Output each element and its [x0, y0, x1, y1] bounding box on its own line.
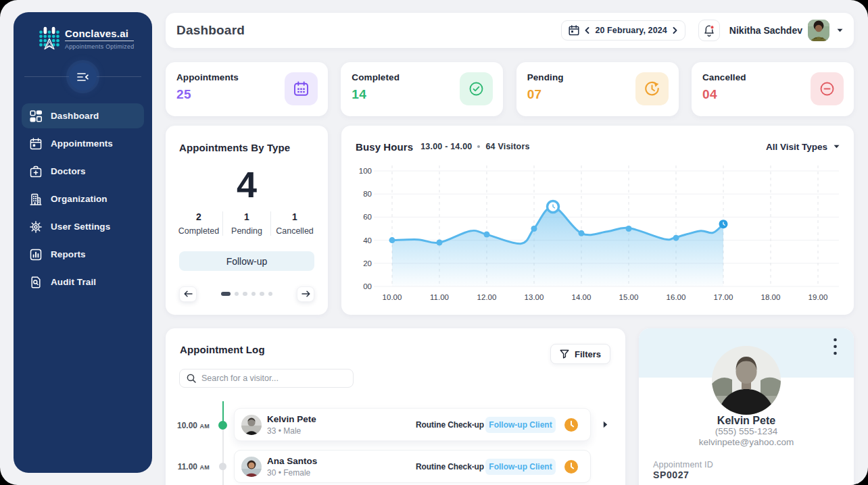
carousel-dots[interactable]	[197, 292, 297, 297]
user-menu-caret[interactable]	[837, 28, 843, 32]
carousel-prev-button[interactable]	[179, 286, 197, 302]
brand-name: Conclaves.ai	[65, 28, 134, 41]
by-type-carousel	[179, 286, 314, 302]
filters-button[interactable]: Filters	[550, 344, 610, 364]
timeline-time: 11.00 AM	[166, 462, 210, 471]
calendar-stat-icon	[285, 72, 318, 105]
date-picker[interactable]: 20 February, 2024	[561, 20, 685, 41]
svg-text:17.00: 17.00	[714, 293, 733, 301]
date-picker-value: 20 February, 2024	[595, 26, 667, 35]
carousel-dot[interactable]	[243, 292, 247, 297]
visit-type-filter[interactable]: All Visit Types	[766, 142, 840, 152]
stats-row: Appointments 25 Completed 14	[166, 62, 854, 116]
patient-avatar	[241, 415, 262, 435]
caret-down-icon	[834, 145, 840, 149]
clock-pending-icon	[635, 72, 669, 105]
svg-text:60: 60	[363, 213, 372, 221]
timeline-dot	[219, 463, 226, 470]
row-expand-chevron[interactable]	[603, 421, 608, 428]
date-next-button[interactable]	[672, 27, 678, 34]
sidebar-item-reports[interactable]: Reports	[22, 242, 144, 267]
svg-text:00: 00	[363, 282, 372, 290]
sidebar-collapse-row	[14, 63, 152, 91]
sidebar-item-doctors[interactable]: Doctors	[22, 159, 144, 184]
busy-hours-title: Busy Hours	[356, 141, 413, 153]
appointment-log-title: Appointment Log	[180, 344, 265, 355]
by-type-pending: 1 Pending	[222, 211, 270, 236]
carousel-dot[interactable]	[268, 292, 273, 297]
by-type-label: Cancelled	[271, 226, 318, 236]
document-search-icon	[30, 276, 42, 288]
by-type-breakdown: 2 Completed 1 Pending 1 Cancelled	[175, 211, 318, 236]
header-actions: 20 February, 2024 Nikitha Sachdev	[561, 20, 843, 41]
svg-text:10.00: 10.00	[383, 293, 402, 301]
date-prev-button[interactable]	[584, 27, 590, 34]
filters-label: Filters	[575, 349, 601, 359]
dashboard-icon	[30, 110, 42, 122]
patient-detail-card: Kelvin Pete (555) 555-1234 kelvinpete@ya…	[639, 328, 854, 485]
by-type-count: 2	[175, 211, 222, 222]
by-type-count: 1	[271, 211, 318, 222]
sidebar-item-label: Appointments	[51, 138, 113, 149]
brand-tagline: Appointments Optimized	[65, 43, 134, 50]
visit-type: Routine Check-up	[416, 420, 484, 430]
detail-patient-name: Kelvin Pete	[639, 415, 854, 427]
sidebar-collapse-button[interactable]	[69, 63, 97, 91]
by-type-total: 4	[166, 166, 328, 203]
patient-name: Ana Santos	[267, 456, 317, 466]
kebab-icon	[834, 338, 837, 355]
timeline-dot-active	[218, 421, 227, 430]
busy-hours-visitors: 64 Visitors	[485, 142, 529, 151]
appointment-row[interactable]: Kelvin Pete 33 • Male Routine Check-up F…	[234, 408, 591, 441]
by-type-title: Appointments By Type	[179, 142, 314, 153]
page-header: Dashboard 20 February, 2024	[166, 13, 854, 48]
by-type-tag[interactable]: Follow-up	[179, 251, 314, 271]
carousel-dot[interactable]	[260, 292, 264, 297]
sidebar-item-label: Dashboard	[51, 111, 99, 121]
carousel-dot[interactable]	[221, 292, 231, 297]
appointment-row[interactable]: Ana Santos 30 • Female Routine Check-up …	[234, 450, 591, 483]
timeline-time-ampm: AM	[199, 464, 210, 471]
sidebar-item-dashboard[interactable]: Dashboard	[22, 103, 144, 128]
sidebar-item-organization[interactable]: Organization	[22, 186, 144, 211]
svg-text:12.00: 12.00	[477, 293, 497, 301]
sidebar-item-appointments[interactable]: Appointments	[22, 131, 144, 156]
appointment-log-card: Appointment Log Filters 10.00 AM 11.00 A…	[166, 328, 625, 485]
user-avatar[interactable]	[808, 20, 829, 41]
appointment-id-value: SP0027	[653, 469, 689, 480]
sidebar-item-label: User Settings	[51, 222, 110, 232]
notifications-button[interactable]	[698, 20, 720, 41]
patient-avatar	[241, 457, 262, 477]
timeline-time-value: 11.00	[178, 462, 197, 471]
by-type-label: Completed	[175, 226, 222, 236]
clock-status-icon	[564, 418, 578, 432]
sidebar-item-label: Doctors	[51, 166, 86, 176]
stat-card-appointments: Appointments 25	[166, 62, 328, 116]
client-badge: Follow-up Client	[485, 459, 556, 475]
sidebar-item-label: Organization	[51, 194, 107, 204]
bar-chart-icon	[30, 249, 42, 261]
svg-text:18.00: 18.00	[761, 293, 781, 301]
kebab-menu-button[interactable]	[827, 337, 843, 356]
by-type-completed: 2 Completed	[175, 211, 222, 236]
svg-text:80: 80	[363, 190, 372, 198]
collapse-menu-icon	[77, 72, 89, 82]
carousel-dot[interactable]	[251, 292, 256, 297]
stat-card-cancelled: Cancelled 04	[692, 62, 854, 116]
clock-status-icon	[564, 460, 578, 474]
stat-card-completed: Completed 14	[341, 62, 503, 116]
appointments-by-type-card: Appointments By Type 4 2 Completed 1 Pen…	[166, 126, 328, 315]
visit-type-filter-value: All Visit Types	[766, 142, 827, 152]
svg-text:15.00: 15.00	[619, 293, 639, 301]
svg-text:40: 40	[363, 236, 372, 245]
carousel-next-button[interactable]	[297, 286, 314, 302]
sidebar-item-user-settings[interactable]: User Settings	[22, 214, 144, 239]
busy-hours-subtitle: 13.00 - 14.00 64 Visitors	[420, 142, 529, 151]
page-title: Dashboard	[176, 23, 245, 38]
sidebar-item-audit-trail[interactable]: Audit Trail	[22, 270, 144, 295]
carousel-dot[interactable]	[235, 292, 239, 297]
search-icon	[187, 374, 196, 383]
user-name: Nikitha Sachdev	[729, 25, 802, 36]
search-input[interactable]	[201, 374, 346, 383]
gear-icon	[30, 221, 42, 233]
